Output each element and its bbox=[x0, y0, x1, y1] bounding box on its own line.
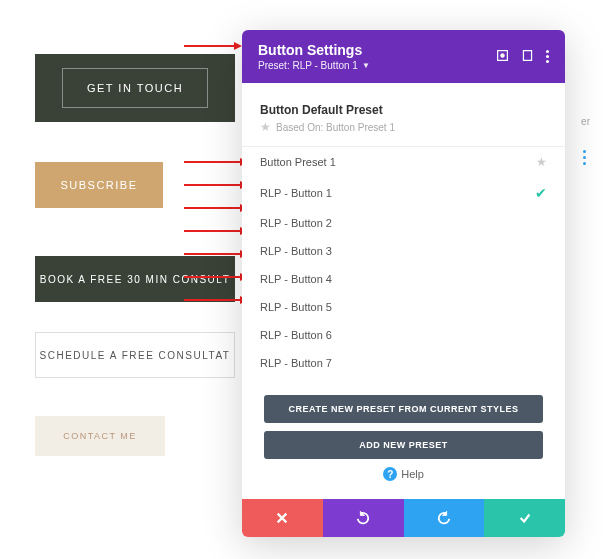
help-link[interactable]: ?Help bbox=[264, 467, 543, 481]
more-icon[interactable] bbox=[546, 50, 549, 63]
panel-subtitle-text: Preset: RLP - Button 1 bbox=[258, 60, 358, 71]
preview-button-5[interactable]: CONTACT ME bbox=[35, 416, 165, 456]
settings-panel: Button Settings Preset: RLP - Button 1 ▼… bbox=[242, 30, 565, 537]
annotation-arrow bbox=[184, 158, 248, 166]
annotation-arrow bbox=[184, 181, 248, 189]
default-preset-name: Button Default Preset bbox=[260, 103, 395, 117]
expand-icon[interactable] bbox=[496, 48, 509, 66]
preset-label: RLP - Button 1 bbox=[260, 187, 332, 199]
annotation-arrow bbox=[184, 273, 248, 281]
annotation-arrow bbox=[184, 42, 242, 50]
annotation-arrow bbox=[184, 204, 248, 212]
preset-label: RLP - Button 3 bbox=[260, 245, 332, 257]
preset-list: Button Default Preset ★ Based On: Button… bbox=[242, 83, 565, 385]
preset-item[interactable]: Button Preset 1 ★ bbox=[242, 147, 565, 177]
preset-item[interactable]: RLP - Button 4 bbox=[242, 265, 565, 293]
preview-button-2[interactable]: SUBSCRIBE bbox=[35, 162, 163, 208]
star-icon: ★ bbox=[260, 120, 271, 134]
preset-label: RLP - Button 2 bbox=[260, 217, 332, 229]
preview-button-4-label: SCHEDULE A FREE CONSULTAT bbox=[40, 350, 231, 361]
close-icon bbox=[275, 511, 289, 525]
add-preset-button[interactable]: ADD NEW PRESET bbox=[264, 431, 543, 459]
panel-header: Button Settings Preset: RLP - Button 1 ▼ bbox=[242, 30, 565, 83]
annotation-arrow bbox=[184, 250, 248, 258]
buttons-preview-column: GET IN TOUCH SUBSCRIBE BOOK A FREE 30 MI… bbox=[35, 60, 235, 484]
cancel-button[interactable] bbox=[242, 499, 323, 537]
chevron-down-icon: ▼ bbox=[362, 61, 370, 70]
preset-label: RLP - Button 6 bbox=[260, 329, 332, 341]
check-icon: ✔ bbox=[535, 185, 547, 201]
panel-header-actions bbox=[496, 48, 549, 66]
undo-button[interactable] bbox=[323, 499, 404, 537]
svg-point-1 bbox=[501, 53, 504, 56]
panel-footer bbox=[242, 499, 565, 537]
panel-body: Button Default Preset ★ Based On: Button… bbox=[242, 83, 565, 499]
help-icon: ? bbox=[383, 467, 397, 481]
redo-icon bbox=[437, 511, 451, 525]
preview-button-2-label: SUBSCRIBE bbox=[60, 179, 137, 191]
default-preset-based-on: ★ Based On: Button Preset 1 bbox=[260, 120, 395, 134]
preview-button-1[interactable]: GET IN TOUCH bbox=[35, 54, 235, 122]
tab-edge-text: er bbox=[581, 116, 590, 127]
preset-item[interactable]: RLP - Button 5 bbox=[242, 293, 565, 321]
preset-label: RLP - Button 4 bbox=[260, 273, 332, 285]
help-label: Help bbox=[401, 468, 424, 480]
create-preset-button[interactable]: CREATE NEW PRESET FROM CURRENT STYLES bbox=[264, 395, 543, 423]
preset-item[interactable]: RLP - Button 7 bbox=[242, 349, 565, 377]
redo-button[interactable] bbox=[404, 499, 485, 537]
preset-label: Button Preset 1 bbox=[260, 156, 336, 168]
preset-label: RLP - Button 7 bbox=[260, 357, 332, 369]
check-icon bbox=[518, 511, 532, 525]
preview-button-4[interactable]: SCHEDULE A FREE CONSULTAT bbox=[35, 332, 235, 378]
panel-actions: CREATE NEW PRESET FROM CURRENT STYLES AD… bbox=[242, 385, 565, 499]
preset-dropdown[interactable]: Preset: RLP - Button 1 ▼ bbox=[258, 60, 370, 71]
panel-title: Button Settings bbox=[258, 42, 370, 58]
preview-button-1-label: GET IN TOUCH bbox=[62, 68, 208, 108]
page-icon[interactable] bbox=[521, 48, 534, 66]
side-menu-dots-icon[interactable] bbox=[583, 150, 586, 168]
preset-label: RLP - Button 5 bbox=[260, 301, 332, 313]
undo-icon bbox=[356, 511, 370, 525]
preset-item[interactable]: RLP - Button 1 ✔ bbox=[242, 177, 565, 209]
default-preset-item[interactable]: Button Default Preset ★ Based On: Button… bbox=[242, 91, 565, 147]
svg-rect-2 bbox=[523, 50, 531, 60]
star-icon[interactable]: ★ bbox=[536, 155, 547, 169]
preset-item[interactable]: RLP - Button 6 bbox=[242, 321, 565, 349]
save-button[interactable] bbox=[484, 499, 565, 537]
annotation-arrow bbox=[184, 296, 248, 304]
preset-item[interactable]: RLP - Button 2 bbox=[242, 209, 565, 237]
preset-item[interactable]: RLP - Button 3 bbox=[242, 237, 565, 265]
annotation-arrow bbox=[184, 227, 248, 235]
preview-button-5-label: CONTACT ME bbox=[63, 431, 137, 441]
